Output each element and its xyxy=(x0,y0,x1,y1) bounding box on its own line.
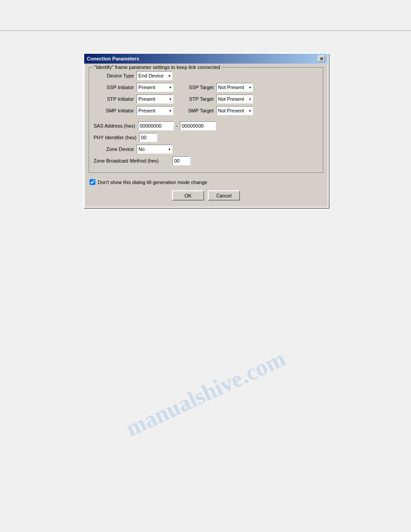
stp-initiator-label: STP Initiator xyxy=(94,96,134,102)
device-type-row: Device Type End Device Expander Initiato… xyxy=(94,71,318,80)
spacer xyxy=(94,118,318,121)
stp-initiator-select-wrapper: Present Not Present xyxy=(137,94,173,103)
smp-initiator-select-wrapper: Present Not Present xyxy=(137,106,173,115)
ssp-initiator-select-wrapper: Present Not Present xyxy=(137,83,173,92)
dont-show-label: Don't show this dialog till generation m… xyxy=(98,180,207,185)
stp-target-label: STP Target xyxy=(182,96,214,102)
zone-broadcast-input[interactable] xyxy=(172,156,190,165)
ssp-row: SSP Initiator Present Not Present SSP Ta… xyxy=(94,83,318,92)
smp-target-select[interactable]: Present Not Present xyxy=(216,106,253,115)
ssp-target-select[interactable]: Present Not Present xyxy=(216,83,253,92)
zone-device-select[interactable]: No Yes xyxy=(137,145,172,154)
identify-frame-group: ''Identify'' frame parameter settings to… xyxy=(89,67,323,173)
dont-show-checkbox[interactable] xyxy=(90,179,95,185)
zone-broadcast-row: Zone Broadcast Method (hex) xyxy=(94,156,318,165)
stp-target-select[interactable]: Present Not Present xyxy=(216,94,253,103)
stp-target-select-wrapper: Present Not Present xyxy=(216,94,253,103)
sas-address-input2[interactable] xyxy=(180,121,216,130)
zone-device-select-wrapper: No Yes xyxy=(137,145,172,154)
ssp-target-select-wrapper: Present Not Present xyxy=(216,83,253,92)
top-divider xyxy=(0,30,411,31)
device-type-label: Device Type xyxy=(94,73,134,78)
ssp-target-label: SSP Target xyxy=(182,85,214,90)
device-type-select[interactable]: End Device Expander Initiator xyxy=(137,71,172,80)
button-row: OK Cancel xyxy=(89,190,323,202)
phy-identifier-row: PHY Identifier (hex) xyxy=(94,133,318,142)
dialog-titlebar: Conection Parameters ✕ xyxy=(84,54,328,64)
group-box-title: ''Identify'' frame parameter settings to… xyxy=(93,64,222,70)
stp-row: STP Initiator Present Not Present STP Ta… xyxy=(94,94,318,103)
smp-row: SMP Initiator Present Not Present SMP Ta… xyxy=(94,106,318,115)
cancel-button[interactable]: Cancel xyxy=(208,190,240,201)
phy-identifier-input[interactable] xyxy=(139,133,157,142)
phy-identifier-label: PHY Identifier (hex) xyxy=(94,135,137,140)
ok-button[interactable]: OK xyxy=(172,190,204,201)
connection-parameters-dialog: Conection Parameters ✕ ''Identify'' fram… xyxy=(83,53,329,208)
dialog-title: Conection Parameters xyxy=(87,56,139,61)
ssp-initiator-select[interactable]: Present Not Present xyxy=(137,83,173,92)
checkbox-row: Don't show this dialog till generation m… xyxy=(89,176,323,188)
stp-target-section: STP Target Present Not Present xyxy=(182,94,253,103)
zone-device-label: Zone Device xyxy=(94,146,134,152)
sas-address-row: SAS Address (hex) - xyxy=(94,121,318,130)
sas-address-dash: - xyxy=(176,123,178,129)
dialog-close-button[interactable]: ✕ xyxy=(318,56,325,62)
zone-device-row: Zone Device No Yes xyxy=(94,145,318,154)
stp-initiator-select[interactable]: Present Not Present xyxy=(137,94,173,103)
smp-target-select-wrapper: Present Not Present xyxy=(216,106,253,115)
smp-initiator-label: SMP Initiator xyxy=(94,108,134,113)
smp-initiator-select[interactable]: Present Not Present xyxy=(137,106,173,115)
dialog-body: ''Identify'' frame parameter settings to… xyxy=(84,64,328,207)
smp-target-label: SMP Target xyxy=(182,108,214,113)
smp-target-section: SMP Target Present Not Present xyxy=(182,106,253,115)
sas-address-label: SAS Address (hex) xyxy=(94,123,135,129)
device-type-select-wrapper: End Device Expander Initiator xyxy=(137,71,172,80)
sas-address-input1[interactable] xyxy=(138,121,174,130)
ssp-target-section: SSP Target Present Not Present xyxy=(182,83,253,92)
zone-broadcast-label: Zone Broadcast Method (hex) xyxy=(94,158,170,163)
ssp-initiator-label: SSP Initiator xyxy=(94,85,134,90)
